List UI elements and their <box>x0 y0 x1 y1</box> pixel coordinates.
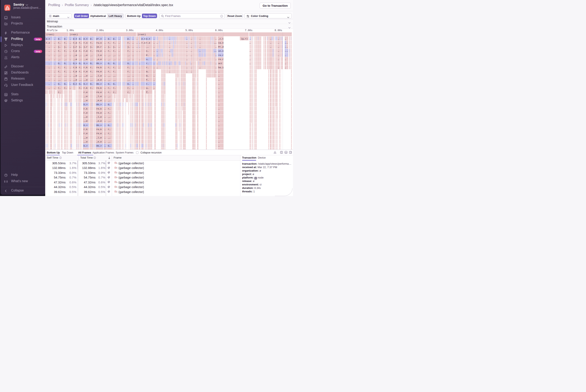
svg-text:O…: O… <box>58 83 61 85</box>
svg-text:_…: _… <box>108 141 111 143</box>
svg-text:…: … <box>218 132 220 135</box>
svg-text:_…: _… <box>108 116 111 118</box>
svg-text:_l…e: _l…e <box>96 54 102 56</box>
svg-text:_l…e: _l…e <box>96 95 102 98</box>
svg-text:O…: O… <box>90 83 93 85</box>
svg-text:…: … <box>169 50 170 52</box>
svg-text:(root): (root) <box>138 34 146 36</box>
svg-text:r…: r… <box>90 87 93 89</box>
svg-text:…: … <box>218 116 220 118</box>
svg-text:…: … <box>132 42 134 44</box>
svg-text:…: … <box>157 66 158 69</box>
svg-text:…: … <box>105 124 106 126</box>
svg-text:_l…e: _l…e <box>96 116 102 118</box>
svg-text:_…: _… <box>90 58 93 61</box>
svg-text:_…: _… <box>113 54 116 56</box>
svg-text:r…: r… <box>79 42 82 44</box>
svg-text:_…: _… <box>90 54 93 56</box>
svg-text:j…: j… <box>108 46 111 48</box>
svg-text:…: … <box>218 120 220 122</box>
svg-text:…: … <box>199 66 201 69</box>
svg-text:r…: r… <box>79 87 82 89</box>
svg-text:O…: O… <box>108 104 111 106</box>
svg-text:…: … <box>285 38 286 40</box>
svg-text:(root): (root) <box>70 34 78 36</box>
svg-text:…: … <box>70 87 71 89</box>
svg-text:…: … <box>139 62 140 65</box>
svg-text:…: … <box>186 70 188 73</box>
svg-text:…: … <box>70 70 71 73</box>
svg-text:r…: r… <box>108 132 111 135</box>
svg-text:…: … <box>215 58 217 61</box>
svg-text:…: … <box>105 91 106 94</box>
svg-text:…: … <box>105 108 106 110</box>
svg-text:…: … <box>278 46 279 48</box>
svg-text:_…: _… <box>58 54 61 56</box>
svg-text:_…e: _…e <box>73 58 77 61</box>
svg-text:_…: _… <box>146 46 149 48</box>
svg-text:j…: j… <box>79 46 82 48</box>
svg-text:…: … <box>132 58 134 61</box>
svg-text:…: … <box>218 128 220 131</box>
svg-text:…: … <box>105 46 106 48</box>
svg-text:…: … <box>54 38 55 40</box>
svg-text:…: … <box>218 79 220 81</box>
svg-text:…: … <box>49 58 50 61</box>
svg-text:…: … <box>186 50 188 52</box>
svg-text:_…: _… <box>127 58 130 61</box>
svg-text:r…k: r…k <box>84 108 88 110</box>
svg-text:…: … <box>119 58 120 61</box>
svg-text:…: … <box>54 54 55 56</box>
svg-text:…: … <box>70 66 71 69</box>
svg-text:…: … <box>270 38 271 40</box>
svg-text:_e…e: _e…e <box>96 120 102 122</box>
svg-text:u…: u… <box>146 87 149 89</box>
svg-text:_…: _… <box>113 79 116 81</box>
svg-text:…: … <box>169 58 170 61</box>
svg-text:O…: O… <box>108 83 111 85</box>
svg-text:…: … <box>105 112 106 114</box>
svg-text:_…: _… <box>58 79 61 81</box>
svg-text:…: … <box>218 95 220 98</box>
svg-text:O…: O… <box>128 62 130 65</box>
svg-text:…: … <box>215 50 217 52</box>
svg-text:O…>: O…> <box>84 62 88 65</box>
svg-text:…: … <box>191 62 192 65</box>
svg-text:…: … <box>105 120 106 122</box>
svg-text:…: … <box>105 66 106 69</box>
svg-text:…: … <box>132 75 134 77</box>
svg-text:…: … <box>191 66 192 69</box>
svg-text:pr…s: pr…s <box>96 38 102 40</box>
svg-text:…: … <box>286 50 288 52</box>
svg-text:…: … <box>70 54 71 56</box>
svg-text:r…s: r…s <box>84 42 88 44</box>
svg-text:…: … <box>105 87 106 89</box>
svg-text:r…: r… <box>128 42 130 44</box>
svg-text:j…: j… <box>64 46 67 48</box>
svg-text:…: … <box>169 54 170 56</box>
svg-text:_…e: _…e <box>83 99 88 102</box>
svg-text:…: … <box>154 87 155 89</box>
svg-text:O…: O… <box>108 145 111 147</box>
svg-text:r…e: r…e <box>73 50 77 52</box>
svg-text:…: … <box>139 58 140 61</box>
svg-text:…: … <box>154 46 155 48</box>
svg-text:…: … <box>119 62 120 65</box>
svg-text:_…: _… <box>108 99 111 102</box>
svg-text:…: … <box>54 75 55 77</box>
svg-text:…: … <box>70 58 71 61</box>
svg-text:r…e: r…e <box>84 91 88 94</box>
svg-text:r…: r… <box>108 128 111 131</box>
svg-text:_…e: _…e <box>83 95 88 98</box>
svg-text:Ob…>: Ob…> <box>96 62 102 65</box>
svg-text:r…: r… <box>113 70 116 73</box>
svg-text:…: … <box>215 38 217 40</box>
svg-text:…: … <box>132 50 134 52</box>
svg-text:r…e: r…e <box>84 112 88 114</box>
svg-text:…: … <box>278 58 279 61</box>
svg-text:…: … <box>218 145 220 147</box>
svg-text:…: … <box>119 46 120 48</box>
svg-text:re…k: re…k <box>96 66 102 69</box>
svg-text:…: … <box>105 42 106 44</box>
svg-text:…: … <box>54 79 55 81</box>
